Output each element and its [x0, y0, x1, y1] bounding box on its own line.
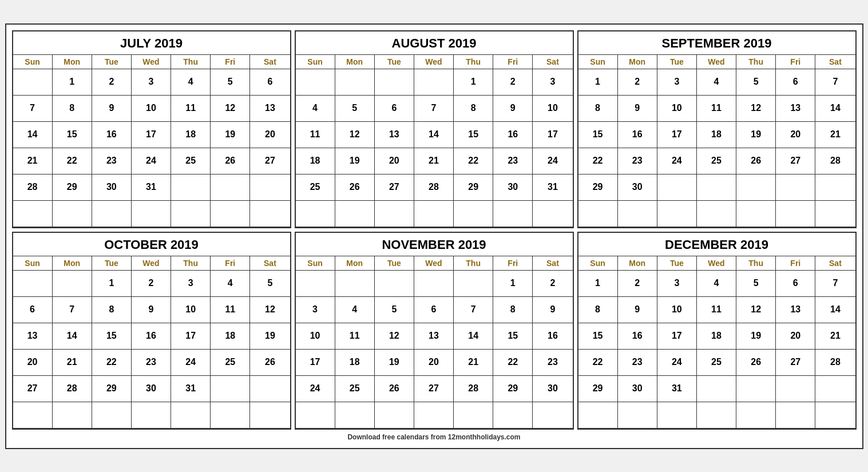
day-header: Fri: [776, 256, 815, 271]
day-cell: 13: [414, 323, 454, 350]
day-cell: 24: [171, 350, 211, 376]
day-cell: 11: [296, 122, 335, 148]
day-cell: 23: [92, 148, 132, 174]
day-cell: [296, 271, 335, 297]
day-cell: 8: [578, 96, 618, 122]
month-calendar-1: JULY 2019SunMonTueWedThuFriSat1234567891…: [12, 30, 291, 228]
day-cell: 20: [776, 122, 815, 148]
month-title: OCTOBER 2019: [13, 233, 290, 256]
day-cell: 1: [92, 271, 132, 297]
day-cell: 4: [211, 271, 250, 297]
day-header: Wed: [132, 256, 171, 271]
day-cell: 17: [533, 122, 572, 148]
day-cell: [578, 402, 618, 429]
day-cell: 19: [736, 323, 776, 350]
day-cell: 28: [454, 376, 493, 402]
day-cell: 10: [657, 96, 697, 122]
day-header: Mon: [618, 256, 657, 271]
day-cell: 4: [697, 69, 736, 96]
day-cell: [53, 402, 92, 429]
day-cell: [454, 402, 493, 429]
day-cell: 27: [776, 350, 815, 376]
day-cell: [211, 376, 250, 402]
day-header: Sun: [296, 55, 335, 69]
days-grid: 1234567891011121314151617181920212223242…: [13, 271, 290, 429]
day-header: Mon: [335, 55, 375, 69]
day-headers: SunMonTueWedThuFriSat: [13, 54, 290, 69]
day-cell: 2: [92, 69, 132, 96]
day-cell: [697, 402, 736, 429]
day-cell: 8: [578, 297, 618, 323]
day-header: Sat: [533, 55, 572, 69]
month-title: JULY 2019: [13, 31, 290, 54]
day-header: Fri: [211, 256, 250, 271]
day-cell: 10: [171, 297, 211, 323]
day-cell: 20: [414, 350, 454, 376]
day-cell: 14: [815, 297, 855, 323]
day-cell: [13, 201, 53, 227]
day-cell: 16: [92, 122, 132, 148]
day-cell: 21: [53, 350, 92, 376]
day-cell: 28: [53, 376, 92, 402]
day-header: Sat: [815, 256, 855, 271]
day-cell: 18: [335, 350, 375, 376]
day-cell: 22: [493, 350, 533, 376]
day-cell: 18: [171, 122, 211, 148]
day-header: Fri: [211, 55, 250, 69]
month-title: AUGUST 2019: [296, 31, 573, 54]
day-header: Mon: [53, 256, 92, 271]
day-cell: 2: [132, 271, 171, 297]
day-cell: 3: [132, 69, 171, 96]
day-cell: 5: [375, 297, 414, 323]
day-cell: 21: [414, 148, 454, 174]
day-cell: 26: [736, 148, 776, 174]
day-cell: 27: [13, 376, 53, 402]
day-cell: [53, 201, 92, 227]
calendar-page: JULY 2019SunMonTueWedThuFriSat1234567891…: [5, 23, 863, 449]
day-headers: SunMonTueWedThuFriSat: [296, 256, 573, 271]
day-cell: [414, 69, 454, 96]
day-cell: 1: [493, 271, 533, 297]
day-cell: 17: [657, 323, 697, 350]
day-cell: 25: [211, 350, 250, 376]
day-header: Thu: [454, 55, 493, 69]
day-cell: [618, 402, 657, 429]
day-cell: 24: [657, 350, 697, 376]
day-header: Wed: [697, 256, 736, 271]
day-cell: [13, 271, 53, 297]
day-cell: [335, 402, 375, 429]
day-cell: 2: [618, 271, 657, 297]
day-cell: 5: [211, 69, 250, 96]
day-cell: 4: [697, 271, 736, 297]
day-headers: SunMonTueWedThuFriSat: [578, 54, 855, 69]
day-headers: SunMonTueWedThuFriSat: [578, 256, 855, 271]
day-cell: 15: [578, 122, 618, 148]
day-cell: 16: [533, 323, 572, 350]
day-header: Thu: [454, 256, 493, 271]
day-cell: [697, 376, 736, 402]
day-cell: 14: [53, 323, 92, 350]
day-header: Tue: [92, 256, 132, 271]
day-cell: 6: [414, 297, 454, 323]
day-cell: 9: [533, 297, 572, 323]
day-cell: 21: [815, 323, 855, 350]
day-cell: 12: [250, 297, 290, 323]
day-cell: [296, 201, 335, 227]
day-cell: 3: [657, 69, 697, 96]
day-cell: [736, 201, 776, 227]
day-cell: [375, 271, 414, 297]
day-cell: 10: [533, 96, 572, 122]
day-cell: 25: [335, 376, 375, 402]
day-headers: SunMonTueWedThuFriSat: [13, 256, 290, 271]
day-cell: 23: [493, 148, 533, 174]
day-cell: 1: [53, 69, 92, 96]
day-header: Fri: [493, 256, 533, 271]
day-cell: 25: [171, 148, 211, 174]
day-cell: 17: [657, 122, 697, 148]
day-cell: 26: [736, 350, 776, 376]
day-header: Sat: [815, 55, 855, 69]
day-cell: 7: [13, 96, 53, 122]
day-cell: 5: [250, 271, 290, 297]
day-cell: 24: [533, 148, 572, 174]
day-cell: [296, 69, 335, 96]
